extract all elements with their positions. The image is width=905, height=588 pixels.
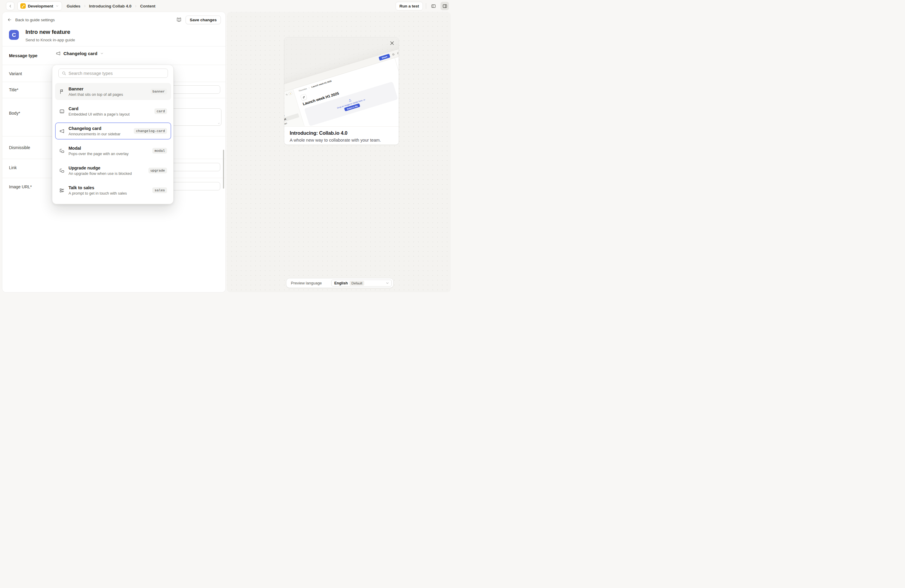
message-type-option[interactable]: Changelog card Announcements in our side… [55,122,171,140]
close-icon[interactable] [389,40,395,46]
collabio-app-screenshot: Share Collab.io [284,37,399,126]
editor-header: Back to guide settings Save changes [2,12,225,27]
panel-left-icon [431,3,436,9]
preview-panel: Share Collab.io [227,12,451,292]
language-default-badge: Default [349,281,364,286]
preview-language-select[interactable]: English Default [331,280,392,286]
upload-icon [348,98,352,102]
toolbar-divider [426,3,426,9]
message-type-value: Changelog card [64,51,97,56]
resize-handle-icon[interactable] [217,122,220,124]
option-description: Embedded UI within a page’s layout [68,112,151,116]
mini-share-button: Share [379,54,391,60]
option-key-badge: modal [152,148,167,154]
option-icon [59,129,65,134]
breadcrumb: Guides Introducing Collab 4.0 Content [67,4,156,8]
run-a-test-button[interactable]: Run a test [395,2,423,11]
option-icon [59,89,65,94]
docs-button[interactable] [176,17,182,22]
chevron-left-icon [8,4,13,8]
chevron-down-icon [56,4,59,8]
preview-card-caption: Introducing: Collab.io 4.0 A whole new w… [284,126,399,145]
back-link-label: Back to guide settings [15,17,55,22]
message-type-option[interactable]: Talk to sales A prompt to get in touch w… [55,182,171,199]
arrow-left-icon [7,17,12,22]
panel-scrollbar[interactable] [223,150,224,189]
back-button[interactable] [6,2,14,10]
preview-language-bar: Preview language English Default [286,278,393,288]
title-field-label: Title* [9,87,18,92]
search-icon [285,94,288,96]
option-description: Pops-over the page with an overlay [68,151,148,156]
message-type-select[interactable]: Changelog card [56,51,104,56]
guide-identity: C Intro new feature Send to Knock in-app… [9,29,75,42]
message-type-option[interactable]: Card Embedded UI within a page’s layout … [55,103,171,120]
option-key-badge: banner [151,89,167,94]
link-field-label: Link [9,165,17,170]
lightning-icon [289,92,292,95]
body-field-label: Body* [9,111,20,116]
option-title: Card [68,106,151,111]
option-key-badge: upgrade [148,168,167,173]
option-title: Banner [68,86,147,91]
guide-avatar: C [9,30,19,40]
environment-switcher[interactable]: Development [17,2,62,11]
preview-card-title: Introducing: Collab.io 4.0 [290,130,393,136]
app-root: { "topbar": { "environment": { "label": … [0,0,452,294]
git-branch-icon [21,3,26,9]
preview-language-label: Preview language [291,281,322,285]
option-icon [59,188,65,193]
panel-right-icon [442,3,448,9]
search-input[interactable] [68,71,165,76]
guide-subtitle: Send to Knock in-app guide [25,38,75,42]
option-key-badge: changelog-card [134,128,167,134]
message-type-search[interactable] [58,68,168,78]
option-title: Talk to sales [68,185,148,190]
image-url-field-label: Image URL* [9,184,32,189]
chevron-right-icon [134,5,137,8]
guide-editor-panel: Back to guide settings Save changes C In… [2,12,225,292]
option-title: Changelog card [68,126,130,131]
message-type-options: Banner Alert that sits on top of all pag… [55,83,171,199]
back-to-guide-settings-link[interactable]: Back to guide settings [7,17,55,22]
search-icon [62,71,66,75]
preview-image-area: Share Collab.io [284,37,399,126]
chevron-right-icon [308,86,310,89]
option-icon [59,168,65,173]
option-description: Alert that sits on top of all pages [68,92,147,97]
message-type-option[interactable]: Modal Pops-over the page with an overlay… [55,142,171,159]
option-description: Announcements in our sidebar [68,132,130,136]
breadcrumb-guides[interactable]: Guides [67,4,81,8]
option-title: Modal [68,146,148,151]
message-type-dropdown: Banner Alert that sits on top of all pag… [52,65,173,204]
preview-card-subtitle: A whole new way to collaborate with your… [290,138,393,143]
dismissible-label: Dismissible [9,145,30,150]
megaphone-icon [56,51,61,56]
message-type-option[interactable]: Banner Alert that sits on top of all pag… [55,83,171,100]
mini-breadcrumb-root: Favorites [298,87,307,92]
option-description: An upgrade flow when use is blocked [68,171,144,176]
option-key-badge: card [154,108,167,114]
option-key-badge: sales [152,188,167,193]
chevron-right-icon [83,5,86,8]
chevron-down-icon [386,281,389,285]
history-icon [392,53,395,56]
breadcrumb-content[interactable]: Content [140,4,155,8]
language-value: English [334,281,348,285]
environment-label: Development [28,4,53,8]
guide-title: Intro new feature [25,29,75,35]
variant-label: Variant [9,71,22,76]
message-type-option[interactable]: Upgrade nudge An upgrade flow when use i… [55,162,171,179]
option-title: Upgrade nudge [68,165,144,170]
book-open-icon [176,17,182,22]
breadcrumb-guide-name[interactable]: Introducing Collab 4.0 [89,4,132,8]
option-description: A prompt to get in touch with sales [68,191,148,195]
changelog-card-preview: Share Collab.io [284,37,399,145]
toggle-left-panel-button[interactable] [429,2,438,10]
save-changes-button[interactable]: Save changes [186,16,221,24]
message-type-label: Message type [9,53,37,58]
top-navigation-bar: Development Guides Introducing Collab 4.… [0,0,452,12]
option-icon [59,109,65,114]
toggle-right-panel-button[interactable] [441,2,449,10]
option-icon [59,148,65,154]
